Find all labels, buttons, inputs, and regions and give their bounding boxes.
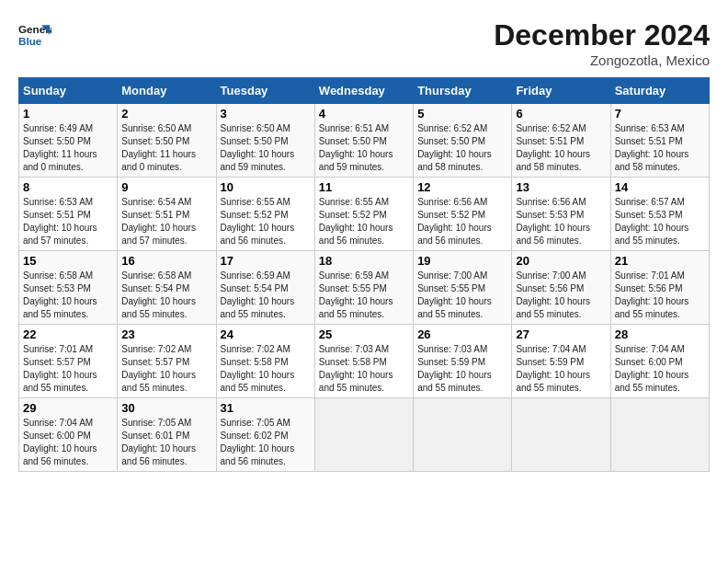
day-info: Sunrise: 7:05 AMSunset: 6:01 PMDaylight:… (121, 418, 196, 466)
calendar-cell: 26 Sunrise: 7:03 AMSunset: 5:59 PMDaylig… (414, 325, 512, 398)
day-info: Sunrise: 7:00 AMSunset: 5:56 PMDaylight:… (516, 270, 590, 319)
calendar-table: Sunday Monday Tuesday Wednesday Thursday… (18, 77, 710, 472)
day-number: 30 (121, 401, 211, 415)
day-info: Sunrise: 6:56 AMSunset: 5:53 PMDaylight:… (516, 197, 590, 246)
col-saturday: Saturday (610, 78, 709, 104)
day-info: Sunrise: 7:04 AMSunset: 6:00 PMDaylight:… (615, 344, 689, 393)
day-number: 21 (615, 254, 705, 268)
day-info: Sunrise: 6:53 AMSunset: 5:51 PMDaylight:… (615, 123, 689, 172)
col-friday: Friday (512, 78, 610, 104)
day-info: Sunrise: 7:01 AMSunset: 5:57 PMDaylight:… (23, 344, 97, 393)
calendar-cell: 17 Sunrise: 6:59 AMSunset: 5:54 PMDaylig… (216, 251, 314, 325)
day-number: 13 (516, 180, 606, 194)
calendar-week-3: 15 Sunrise: 6:58 AMSunset: 5:53 PMDaylig… (19, 251, 710, 325)
day-info: Sunrise: 7:00 AMSunset: 5:55 PMDaylight:… (417, 270, 492, 319)
day-number: 8 (23, 180, 113, 194)
logo: General Blue General Blue (18, 18, 51, 52)
calendar-cell: 9 Sunrise: 6:54 AMSunset: 5:51 PMDayligh… (118, 178, 216, 251)
day-info: Sunrise: 6:51 AMSunset: 5:50 PMDaylight:… (319, 123, 393, 172)
day-info: Sunrise: 6:59 AMSunset: 5:55 PMDaylight:… (319, 270, 393, 319)
col-monday: Monday (118, 78, 216, 104)
day-number: 7 (615, 107, 705, 121)
calendar-cell: 19 Sunrise: 7:00 AMSunset: 5:55 PMDaylig… (414, 251, 512, 325)
calendar-cell: 29 Sunrise: 7:04 AMSunset: 6:00 PMDaylig… (19, 398, 118, 472)
day-info: Sunrise: 7:01 AMSunset: 5:56 PMDaylight:… (615, 270, 689, 319)
logo-icon: General Blue (18, 18, 51, 52)
page-header: General Blue General Blue December 2024 … (18, 18, 710, 68)
day-info: Sunrise: 6:50 AMSunset: 5:50 PMDaylight:… (221, 123, 295, 172)
day-number: 4 (319, 107, 409, 121)
day-number: 15 (23, 254, 113, 268)
calendar-cell: 10 Sunrise: 6:55 AMSunset: 5:52 PMDaylig… (216, 178, 314, 251)
day-number: 19 (417, 254, 507, 268)
calendar-cell: 23 Sunrise: 7:02 AMSunset: 5:57 PMDaylig… (118, 325, 216, 398)
day-number: 31 (221, 401, 311, 415)
title-block: December 2024 Zongozotla, Mexico (494, 18, 710, 68)
calendar-cell: 12 Sunrise: 6:56 AMSunset: 5:52 PMDaylig… (414, 178, 512, 251)
day-number: 20 (516, 254, 606, 268)
month-title: December 2024 (494, 18, 710, 52)
day-info: Sunrise: 6:59 AMSunset: 5:54 PMDaylight:… (221, 270, 295, 319)
day-info: Sunrise: 7:02 AMSunset: 5:57 PMDaylight:… (121, 344, 196, 393)
day-number: 6 (516, 107, 606, 121)
calendar-cell: 6 Sunrise: 6:52 AMSunset: 5:51 PMDayligh… (512, 104, 610, 178)
day-number: 1 (23, 107, 113, 121)
calendar-cell: 18 Sunrise: 6:59 AMSunset: 5:55 PMDaylig… (314, 251, 413, 325)
calendar-cell (610, 398, 709, 472)
calendar-cell: 7 Sunrise: 6:53 AMSunset: 5:51 PMDayligh… (610, 104, 709, 178)
day-info: Sunrise: 6:52 AMSunset: 5:51 PMDaylight:… (516, 123, 590, 172)
day-info: Sunrise: 7:02 AMSunset: 5:58 PMDaylight:… (221, 344, 295, 393)
calendar-week-4: 22 Sunrise: 7:01 AMSunset: 5:57 PMDaylig… (19, 325, 710, 398)
day-info: Sunrise: 6:49 AMSunset: 5:50 PMDaylight:… (23, 123, 97, 172)
calendar-cell: 22 Sunrise: 7:01 AMSunset: 5:57 PMDaylig… (19, 325, 118, 398)
calendar-week-2: 8 Sunrise: 6:53 AMSunset: 5:51 PMDayligh… (19, 178, 710, 251)
day-number: 16 (121, 254, 211, 268)
day-number: 17 (221, 254, 311, 268)
col-thursday: Thursday (414, 78, 512, 104)
day-info: Sunrise: 7:03 AMSunset: 5:59 PMDaylight:… (417, 344, 492, 393)
day-number: 5 (417, 107, 507, 121)
day-number: 10 (221, 180, 311, 194)
day-number: 24 (221, 327, 311, 341)
day-info: Sunrise: 6:54 AMSunset: 5:51 PMDaylight:… (121, 197, 196, 246)
calendar-cell (314, 398, 413, 472)
col-tuesday: Tuesday (216, 78, 314, 104)
location: Zongozotla, Mexico (494, 52, 710, 68)
calendar-cell: 16 Sunrise: 6:58 AMSunset: 5:54 PMDaylig… (118, 251, 216, 325)
calendar-cell: 1 Sunrise: 6:49 AMSunset: 5:50 PMDayligh… (19, 104, 118, 178)
calendar-cell (512, 398, 610, 472)
svg-text:Blue: Blue (18, 35, 42, 47)
calendar-cell: 27 Sunrise: 7:04 AMSunset: 5:59 PMDaylig… (512, 325, 610, 398)
calendar-cell: 11 Sunrise: 6:55 AMSunset: 5:52 PMDaylig… (314, 178, 413, 251)
day-number: 26 (417, 327, 507, 341)
col-sunday: Sunday (19, 78, 118, 104)
day-number: 14 (615, 180, 705, 194)
calendar-cell (414, 398, 512, 472)
day-number: 23 (121, 327, 211, 341)
calendar-cell: 13 Sunrise: 6:56 AMSunset: 5:53 PMDaylig… (512, 178, 610, 251)
col-wednesday: Wednesday (314, 78, 413, 104)
day-number: 29 (23, 401, 113, 415)
day-info: Sunrise: 6:57 AMSunset: 5:53 PMDaylight:… (615, 197, 689, 246)
calendar-cell: 31 Sunrise: 7:05 AMSunset: 6:02 PMDaylig… (216, 398, 314, 472)
calendar-cell: 4 Sunrise: 6:51 AMSunset: 5:50 PMDayligh… (314, 104, 413, 178)
day-info: Sunrise: 6:53 AMSunset: 5:51 PMDaylight:… (23, 197, 97, 246)
calendar-cell: 20 Sunrise: 7:00 AMSunset: 5:56 PMDaylig… (512, 251, 610, 325)
calendar-cell: 8 Sunrise: 6:53 AMSunset: 5:51 PMDayligh… (19, 178, 118, 251)
calendar-cell: 28 Sunrise: 7:04 AMSunset: 6:00 PMDaylig… (610, 325, 709, 398)
calendar-cell: 21 Sunrise: 7:01 AMSunset: 5:56 PMDaylig… (610, 251, 709, 325)
header-row: Sunday Monday Tuesday Wednesday Thursday… (19, 78, 710, 104)
calendar-cell: 2 Sunrise: 6:50 AMSunset: 5:50 PMDayligh… (118, 104, 216, 178)
calendar-cell: 14 Sunrise: 6:57 AMSunset: 5:53 PMDaylig… (610, 178, 709, 251)
day-info: Sunrise: 6:58 AMSunset: 5:53 PMDaylight:… (23, 270, 97, 319)
day-number: 27 (516, 327, 606, 341)
calendar-cell: 25 Sunrise: 7:03 AMSunset: 5:58 PMDaylig… (314, 325, 413, 398)
calendar-cell: 24 Sunrise: 7:02 AMSunset: 5:58 PMDaylig… (216, 325, 314, 398)
day-number: 3 (221, 107, 311, 121)
calendar-cell: 3 Sunrise: 6:50 AMSunset: 5:50 PMDayligh… (216, 104, 314, 178)
day-number: 12 (417, 180, 507, 194)
calendar-cell: 15 Sunrise: 6:58 AMSunset: 5:53 PMDaylig… (19, 251, 118, 325)
day-info: Sunrise: 6:56 AMSunset: 5:52 PMDaylight:… (417, 197, 492, 246)
day-number: 2 (121, 107, 211, 121)
day-number: 25 (319, 327, 409, 341)
